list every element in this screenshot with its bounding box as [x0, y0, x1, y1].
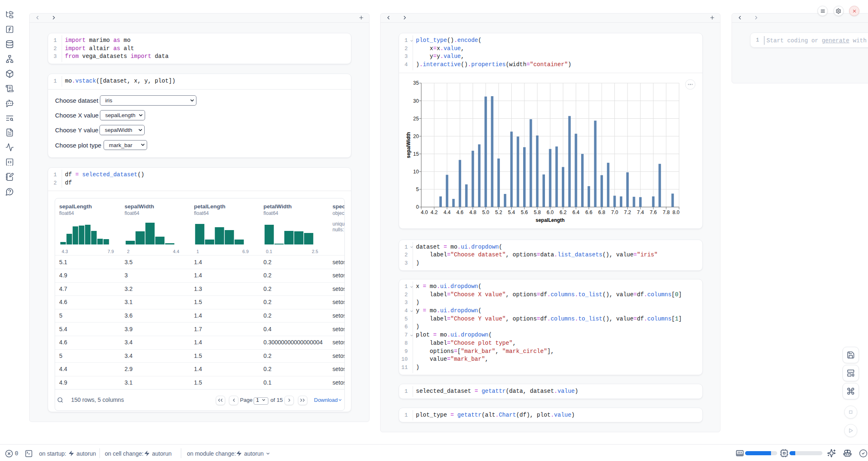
svg-text:7.0: 7.0 — [611, 210, 618, 215]
svg-text:5.8: 5.8 — [534, 210, 541, 215]
svg-text:6.6: 6.6 — [585, 210, 592, 215]
svg-text:5.6: 5.6 — [521, 210, 528, 215]
svg-text:0: 0 — [416, 204, 419, 210]
svg-text:4.6: 4.6 — [457, 210, 464, 215]
svg-text:20: 20 — [413, 134, 419, 139]
svg-text:6.0: 6.0 — [547, 210, 554, 215]
svg-text:4.4: 4.4 — [443, 210, 450, 215]
svg-text:7.4: 7.4 — [637, 210, 644, 215]
svg-text:4.2: 4.2 — [431, 210, 438, 215]
svg-text:4.0: 4.0 — [421, 210, 428, 215]
svg-text:10: 10 — [413, 169, 419, 175]
svg-text:15: 15 — [413, 151, 419, 157]
svg-text:sepalWidth: sepalWidth — [406, 132, 411, 158]
svg-text:5.0: 5.0 — [482, 210, 489, 215]
svg-text:6.8: 6.8 — [598, 210, 605, 215]
svg-text:4.8: 4.8 — [469, 210, 476, 215]
svg-text:25: 25 — [413, 116, 419, 122]
svg-text:5.2: 5.2 — [495, 210, 502, 215]
svg-text:8.0: 8.0 — [672, 210, 679, 215]
svg-text:7.8: 7.8 — [663, 210, 669, 215]
svg-text:6.2: 6.2 — [559, 210, 566, 215]
svg-text:30: 30 — [413, 98, 419, 104]
svg-text:sepalLength: sepalLength — [536, 217, 565, 223]
svg-text:5.4: 5.4 — [508, 210, 515, 215]
svg-text:7.6: 7.6 — [650, 210, 657, 215]
svg-text:5: 5 — [416, 187, 419, 192]
svg-text:7.2: 7.2 — [624, 210, 631, 215]
svg-text:6.4: 6.4 — [573, 210, 579, 215]
svg-text:35: 35 — [413, 80, 419, 86]
